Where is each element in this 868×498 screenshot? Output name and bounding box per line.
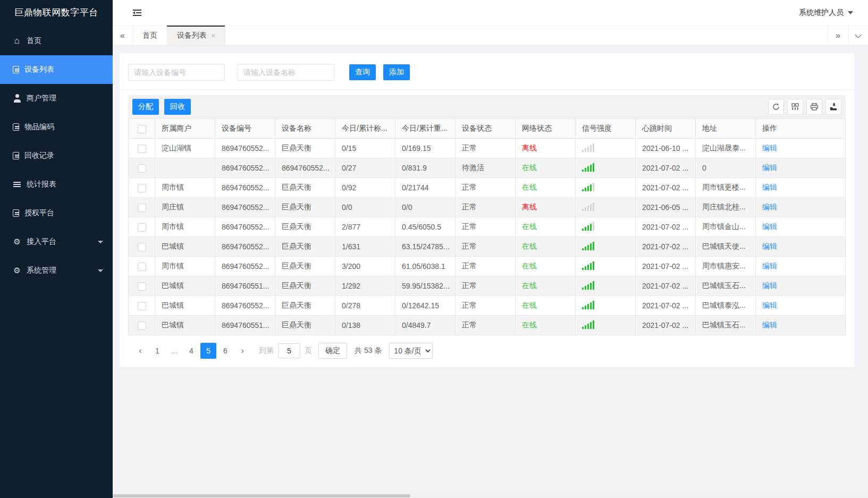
- user-menu[interactable]: 系统维护人员: [799, 0, 853, 26]
- row-checkbox[interactable]: [138, 145, 146, 153]
- goto-confirm-button[interactable]: 确定: [318, 343, 347, 359]
- row-checkbox[interactable]: [138, 302, 146, 310]
- cell-merchant: 巴城镇: [155, 237, 215, 257]
- sidebar-item-recycle-record[interactable]: 回收记录: [0, 141, 113, 170]
- page-button-5[interactable]: 5: [200, 343, 216, 359]
- edit-link[interactable]: 编辑: [762, 183, 777, 191]
- sidebar-item-home[interactable]: 首页: [0, 27, 113, 55]
- cell-network-status: 在线: [516, 178, 576, 198]
- list-icon: [13, 180, 21, 189]
- edit-link[interactable]: 编辑: [762, 281, 777, 290]
- cell-signal: [576, 217, 636, 237]
- edit-link[interactable]: 编辑: [762, 242, 777, 250]
- sidebar-item-access-platform[interactable]: 接入平台: [0, 227, 113, 256]
- cell-heartbeat: 2021-06-10 ...: [636, 139, 696, 158]
- user-name: 系统维护人员: [799, 8, 844, 18]
- cell-today-count: 2/877: [335, 217, 395, 237]
- edit-link[interactable]: 编辑: [762, 320, 777, 329]
- tab-设备列表[interactable]: 设备列表×: [167, 26, 225, 45]
- close-icon[interactable]: ×: [211, 32, 215, 39]
- recycle-button[interactable]: 回收: [164, 99, 191, 115]
- sidebar-item-report[interactable]: 统计报表: [0, 170, 113, 199]
- horizontal-scrollbar[interactable]: [113, 494, 868, 498]
- row-checkbox[interactable]: [138, 263, 146, 271]
- device-name-input[interactable]: [238, 64, 334, 81]
- cell-today-count: 1/292: [335, 276, 395, 296]
- sidebar-menu: 首页设备列表商户管理物品编码回收记录统计报表授权平台接入平台系统管理: [0, 27, 113, 285]
- app-title: 巨鼎物联网数字平台: [0, 0, 113, 26]
- cell-action: 编辑: [756, 237, 846, 257]
- refresh-icon[interactable]: [768, 99, 784, 115]
- columns-icon[interactable]: [787, 99, 803, 115]
- select-all-checkbox[interactable]: [138, 125, 146, 133]
- prev-page-button[interactable]: ‹: [132, 343, 148, 359]
- chevron-down-icon: [848, 11, 853, 14]
- edit-link[interactable]: 编辑: [762, 222, 777, 231]
- cell-signal: [576, 139, 636, 158]
- add-button[interactable]: 添加: [383, 64, 410, 80]
- device-table: 所属商户设备编号设备名称今日/累计称...今日/累计重...设备状态网络状态信号…: [128, 119, 846, 335]
- cell-today-weight: 61.05/6038.1: [395, 257, 456, 276]
- edit-link[interactable]: 编辑: [762, 144, 777, 152]
- sidebar-item-system-mgmt[interactable]: 系统管理: [0, 256, 113, 285]
- row-checkbox[interactable]: [138, 164, 146, 173]
- tabs-menu-button[interactable]: [848, 26, 868, 45]
- row-checkbox[interactable]: [138, 184, 146, 192]
- cell-today-count: 0/27: [335, 158, 395, 178]
- collapse-sidebar-icon[interactable]: [132, 7, 142, 18]
- scrollbar-thumb[interactable]: [113, 494, 410, 497]
- cell-device-status: 正常: [456, 316, 516, 335]
- assign-button[interactable]: 分配: [132, 99, 159, 115]
- row-checkbox[interactable]: [138, 322, 146, 330]
- chevron-down-icon: [855, 31, 862, 38]
- print-icon[interactable]: [806, 99, 822, 115]
- user-icon: [13, 94, 21, 103]
- row-checkbox[interactable]: [138, 223, 146, 232]
- table-row: 巴城镇8694760551...巨鼎天衡0/1380/4849.7正常在线202…: [129, 316, 846, 335]
- page-button-4[interactable]: 4: [183, 343, 199, 359]
- tabs-scroll-left-button[interactable]: «: [113, 26, 133, 45]
- edit-link[interactable]: 编辑: [762, 163, 777, 172]
- query-button[interactable]: 查询: [349, 64, 376, 80]
- sidebar-item-merchant-mgmt[interactable]: 商户管理: [0, 84, 113, 113]
- edit-link[interactable]: 编辑: [762, 261, 777, 270]
- cell-device-status: 正常: [456, 217, 516, 237]
- cell-today-count: 3/200: [335, 257, 395, 276]
- row-checkbox[interactable]: [138, 204, 146, 212]
- cell-address: 周市镇更楼...: [696, 178, 756, 198]
- search-row: 查询 添加: [128, 62, 846, 82]
- goto-page-input[interactable]: [278, 343, 300, 358]
- cell-network-status: 离线: [516, 198, 576, 217]
- next-page-button[interactable]: ›: [234, 343, 250, 359]
- sidebar-item-device-list[interactable]: 设备列表: [0, 55, 113, 84]
- cell-device-name: 巨鼎天衡: [275, 276, 335, 296]
- edit-link[interactable]: 编辑: [762, 301, 777, 309]
- row-checkbox-cell: [129, 178, 155, 198]
- cell-device-name: 巨鼎天衡: [275, 217, 335, 237]
- edit-link[interactable]: 编辑: [762, 202, 777, 211]
- cell-device-no: 8694760552...: [215, 139, 275, 158]
- cell-address: 0: [696, 158, 756, 178]
- sidebar-item-label: 物品编码: [24, 122, 54, 132]
- export-icon[interactable]: [825, 99, 841, 115]
- sidebar-item-item-code[interactable]: 物品编码: [0, 113, 113, 141]
- cell-device-name: 巨鼎天衡: [275, 257, 335, 276]
- row-checkbox[interactable]: [138, 243, 146, 251]
- sidebar-item-auth-platform[interactable]: 授权平台: [0, 199, 113, 227]
- tab-首页[interactable]: 首页: [133, 26, 167, 45]
- row-checkbox-cell: [129, 316, 155, 335]
- cell-device-no: 8694760552...: [215, 178, 275, 198]
- cell-today-weight: 63.15/24785...: [395, 237, 456, 257]
- row-checkbox[interactable]: [138, 282, 146, 291]
- page-size-select[interactable]: 10 条/页: [389, 343, 433, 359]
- device-number-input[interactable]: [128, 64, 225, 81]
- cell-signal: [576, 198, 636, 217]
- tabs-scroll-right-button[interactable]: »: [828, 26, 848, 45]
- signal-strength-icon: [582, 261, 594, 270]
- page-button-6[interactable]: 6: [217, 343, 233, 359]
- table-row: 周市镇8694760552...巨鼎天衡3/20061.05/6038.1正常在…: [129, 257, 846, 276]
- table-row: 周市镇8694760552...巨鼎天衡0/920/21744正常在线2021-…: [129, 178, 846, 198]
- page-button-1[interactable]: 1: [149, 343, 165, 359]
- sidebar-item-label: 回收记录: [24, 151, 54, 161]
- cell-device-no: 8694760551...: [215, 316, 275, 335]
